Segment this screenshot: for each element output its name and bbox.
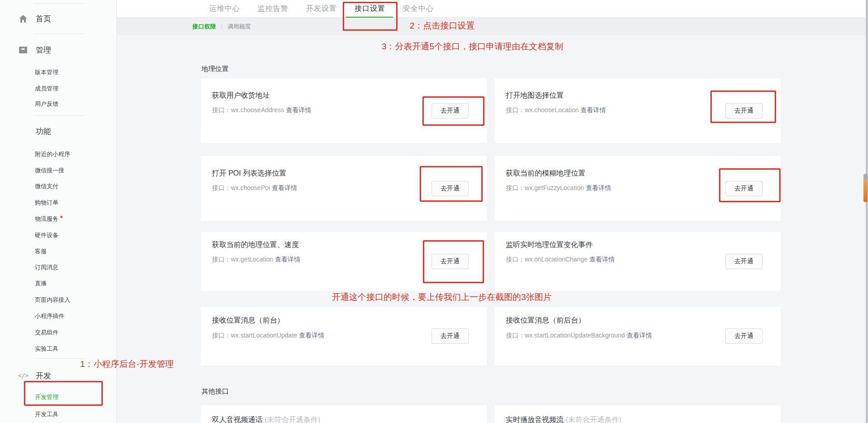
section-title-other-apis: 其他接口 <box>201 387 229 396</box>
api-card-api-line: 接口：wx.choosePoi 查看详情 <box>212 184 297 192</box>
view-details-link[interactable]: 查看详情 <box>589 256 614 263</box>
api-card-start-location-update-background: 接收位置消息（前后台） 接口：wx.startLocationUpdateBac… <box>494 307 781 366</box>
annotation-step-1: 1：小程序后台-开发管理 <box>80 358 174 370</box>
api-card-get-location: 获取当前的地理位置、速度 接口：wx.getLocation 查看详情 去开通 <box>201 232 487 291</box>
tab-security-center[interactable]: 安全中心 <box>403 4 434 14</box>
status-not-eligible: (未符合开通条件) <box>264 416 320 423</box>
api-card-live-player: 实时播放音视频流 (未符合开通条件) <box>494 405 781 423</box>
scrollbar-track[interactable] <box>866 0 868 423</box>
tab-api-settings[interactable]: 接口设置 <box>355 4 385 14</box>
sidebar-item-hardware-device[interactable]: 硬件设备 <box>35 227 58 243</box>
open-api-button[interactable]: 去开通 <box>432 328 469 344</box>
sidebar-item-label: 开发 <box>36 371 51 381</box>
tab-operations-center[interactable]: 运维中心 <box>209 4 240 14</box>
view-details-link[interactable]: 查看详情 <box>272 184 297 191</box>
status-not-eligible: (未符合开通条件) <box>566 416 621 423</box>
sidebar-item-user-feedback[interactable]: 用户反馈 <box>35 96 58 112</box>
sidebar-item-version-mgmt[interactable]: 版本管理 <box>35 64 58 81</box>
sidebar-item-wechat-pay[interactable]: 微信支付 <box>35 178 58 195</box>
divider <box>221 24 222 29</box>
subtab-call-quota[interactable]: 调用额度 <box>227 23 251 31</box>
sidebar-item-home[interactable]: 首页 <box>19 10 51 27</box>
api-card-title: 监听实时地理位置变化事件 <box>506 240 593 250</box>
view-details-link[interactable]: 查看详情 <box>286 106 311 114</box>
sidebar-item-shopping-orders[interactable]: 购物订单 <box>35 195 58 211</box>
subtab-api-permissions[interactable]: 接口权限 <box>192 23 216 31</box>
open-api-button[interactable]: 去开通 <box>725 254 762 269</box>
view-details-link[interactable]: 查看详情 <box>586 184 611 191</box>
sidebar-item-subscribe-message[interactable]: 订阅消息 <box>35 259 58 276</box>
api-card-title: 获取当前的地理位置、速度 <box>212 240 299 250</box>
api-card-title: 获取用户收货地址 <box>212 91 270 100</box>
annotation-step-2: 2：点击接口设置 <box>410 20 475 32</box>
subtabs: 接口权限 调用额度 <box>192 18 251 35</box>
api-card-voip-call: 双人音视频通话 (未符合开通条件) <box>201 405 487 423</box>
api-card-title: 获取当前的模糊地理位置 <box>506 169 585 178</box>
sidebar-item-wechat-search[interactable]: 微信搜一搜 <box>35 162 64 179</box>
api-card-choose-address: 获取用户收货地址 接口：wx.chooseAddress 查看详情 去开通 <box>201 78 487 143</box>
api-card-choose-poi: 打开 POI 列表选择位置 接口：wx.choosePoi 查看详情 去开通 <box>201 156 487 221</box>
content-tab-bar: 运维中心 监控告警 开发设置 接口设置 安全中心 <box>117 0 868 18</box>
api-card-api-line: 接口：wx.chooseLocation 查看详情 <box>506 106 606 114</box>
annotation-step-3: 3：分表开通5个接口，接口申请理由在文档复制 <box>382 41 563 52</box>
open-api-button[interactable]: 去开通 <box>725 328 762 344</box>
wechat-miniprogram-console: 首页 管理 版本管理 成员管理 用户反馈 功能 附近的小程序 微信搜一搜 微信支… <box>0 0 868 423</box>
sidebar-group-features[interactable]: 功能 <box>19 123 51 139</box>
sidebar-item-dev-management[interactable]: 开发管理 <box>35 389 58 405</box>
sidebar-item-page-content-access[interactable]: 页面内容接入 <box>35 292 70 308</box>
divider <box>34 3 84 4</box>
scrollbar-thumb-cap <box>863 174 868 180</box>
sidebar-item-live-streaming[interactable]: 直播 <box>35 276 47 292</box>
api-card-api-line: 接口：wx.getFuzzyLocation 查看详情 <box>506 184 611 192</box>
open-api-button[interactable]: 去开通 <box>432 254 469 269</box>
home-icon <box>19 14 27 23</box>
api-card-title: 打开地图选择位置 <box>506 91 564 100</box>
api-card-title: 接收位置消息（前后台） <box>506 316 585 325</box>
api-card-api-line: 接口：wx.getLocation 查看详情 <box>212 256 300 264</box>
open-api-button[interactable]: 去开通 <box>725 103 762 119</box>
sidebar-item-customer-service[interactable]: 客服 <box>35 243 47 260</box>
api-card-api-line: 接口：wx.onLocationChange 查看详情 <box>506 256 614 264</box>
divider <box>34 358 84 359</box>
view-details-link[interactable]: 查看详情 <box>627 332 652 339</box>
sidebar-item-experiment-tools[interactable]: 实验工具 <box>35 341 58 357</box>
sidebar-item-miniprogram-plugin[interactable]: 小程序插件 <box>35 308 64 324</box>
grid-icon <box>19 127 27 135</box>
sidebar-item-label: 物流服务 <box>35 215 58 223</box>
tab-monitor-alerts[interactable]: 监控告警 <box>258 4 288 14</box>
divider <box>34 115 84 116</box>
scrollbar-thumb-body <box>863 180 868 202</box>
open-api-button[interactable]: 去开通 <box>725 181 762 196</box>
sidebar-item-trade-component[interactable]: 交易组件 <box>35 324 58 341</box>
section-title-geolocation: 地理位置 <box>201 65 229 73</box>
api-card-title: 打开 POI 列表选择位置 <box>212 169 286 178</box>
open-api-button[interactable]: 去开通 <box>432 103 469 119</box>
sidebar-item-label: 首页 <box>36 14 51 24</box>
open-api-button[interactable]: 去开通 <box>432 181 469 196</box>
api-card-api-line: 接口：wx.startLocationUpdateBackground 查看详情 <box>506 332 652 340</box>
sidebar-item-member-mgmt[interactable]: 成员管理 <box>35 81 58 97</box>
sidebar-item-logistics-service[interactable]: 物流服务 <box>35 211 62 227</box>
sidebar-group-development[interactable]: </> 开发 <box>19 367 51 384</box>
tabs: 运维中心 监控告警 开发设置 接口设置 安全中心 <box>209 0 434 18</box>
scrollbar-thumb[interactable] <box>863 174 868 202</box>
api-card-get-fuzzy-location: 获取当前的模糊地理位置 接口：wx.getFuzzyLocation 查看详情 … <box>494 156 781 221</box>
view-details-link[interactable]: 查看详情 <box>299 332 324 339</box>
api-card-start-location-update: 接收位置消息（前台） 接口：wx.startLocationUpdate 查看详… <box>201 307 487 366</box>
api-card-api-line: 接口：wx.startLocationUpdate 查看详情 <box>212 332 324 340</box>
api-card-title: 实时播放音视频流 (未符合开通条件) <box>506 415 621 423</box>
api-card-title: 接收位置消息（前台） <box>212 316 284 325</box>
view-details-link[interactable]: 查看详情 <box>275 256 300 263</box>
sidebar-group-management[interactable]: 管理 <box>19 42 51 58</box>
code-icon: </> <box>19 371 27 380</box>
new-badge-dot <box>60 216 62 218</box>
api-card-api-line: 接口：wx.chooseAddress 查看详情 <box>212 106 311 114</box>
sidebar-item-nearby-miniprogram[interactable]: 附近的小程序 <box>35 146 70 162</box>
sidebar-item-dev-tools[interactable]: 开发工具 <box>35 406 58 423</box>
subtab-band: 接口权限 调用额度 <box>117 18 868 35</box>
view-details-link[interactable]: 查看详情 <box>580 106 606 114</box>
divider <box>34 33 84 34</box>
sidebar-item-label: 功能 <box>36 126 51 137</box>
tab-dev-settings[interactable]: 开发设置 <box>306 4 337 14</box>
api-card-choose-location: 打开地图选择位置 接口：wx.chooseLocation 查看详情 去开通 <box>494 78 781 143</box>
